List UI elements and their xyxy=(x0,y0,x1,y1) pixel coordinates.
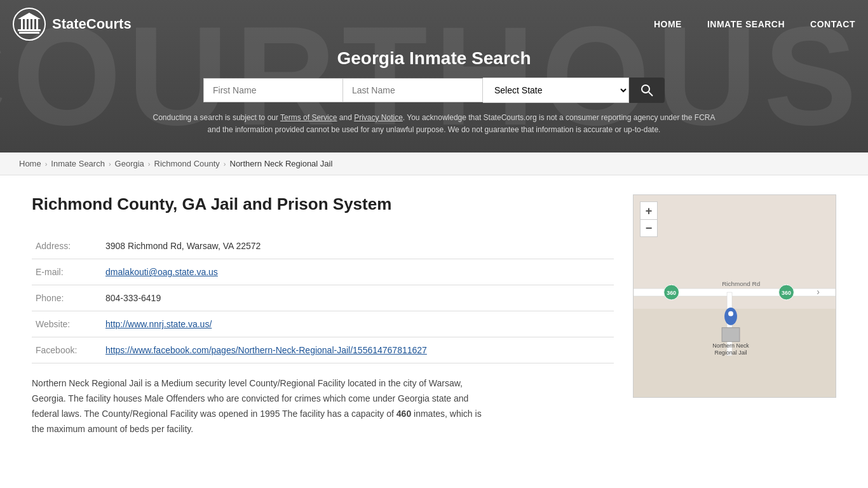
capacity-value: 460 xyxy=(397,409,411,419)
svg-rect-2 xyxy=(18,29,41,31)
privacy-notice-link[interactable]: Privacy Notice xyxy=(354,113,403,122)
facebook-link[interactable]: https://www.facebook.com/pages/Northern-… xyxy=(105,345,427,355)
email-label: E-mail: xyxy=(32,259,102,285)
website-label: Website: xyxy=(32,311,102,337)
phone-row: Phone: 804-333-6419 xyxy=(32,285,614,311)
map-zoom-out[interactable]: − xyxy=(640,219,658,237)
phone-value: 804-333-6419 xyxy=(102,285,614,311)
facebook-row: Facebook: https://www.facebook.com/pages… xyxy=(32,337,614,363)
nav-inmate-search[interactable]: INMATE SEARCH xyxy=(707,19,785,29)
logo-icon xyxy=(13,8,46,41)
breadcrumb-sep-4: › xyxy=(224,160,226,168)
email-row: E-mail: dmalakouti@oag.state.va.us xyxy=(32,259,614,285)
terms-of-service-link[interactable]: Terms of Service xyxy=(280,113,337,122)
search-bar: Select State Georgia Virginia California… xyxy=(13,78,855,103)
info-table: Address: 3908 Richmond Rd, Warsaw, VA 22… xyxy=(32,233,614,363)
svg-rect-4 xyxy=(25,19,27,29)
facebook-label: Facebook: xyxy=(32,337,102,363)
facility-title: Richmond County, GA Jail and Prison Syst… xyxy=(32,194,614,214)
svg-rect-20 xyxy=(722,328,740,342)
disclaimer: Conducting a search is subject to our Te… xyxy=(148,112,720,146)
email-link[interactable]: dmalakouti@oag.state.va.us xyxy=(105,267,218,277)
content-left: Richmond County, GA Jail and Prison Syst… xyxy=(32,194,614,437)
svg-text:Regional Jail: Regional Jail xyxy=(714,350,747,356)
breadcrumb: Home › Inmate Search › Georgia › Richmon… xyxy=(0,152,868,175)
search-button[interactable] xyxy=(629,78,665,103)
logo-text: StateCourts xyxy=(52,16,132,32)
email-value: dmalakouti@oag.state.va.us xyxy=(102,259,614,285)
breadcrumb-sep-1: › xyxy=(45,160,48,168)
breadcrumb-sep-2: › xyxy=(109,160,111,168)
svg-marker-8 xyxy=(18,13,41,19)
search-area: Georgia Inmate Search Select State Georg… xyxy=(0,48,868,152)
address-label: Address: xyxy=(32,233,102,259)
disclaimer-text-before: Conducting a search is subject to our xyxy=(153,113,281,122)
disclaimer-and: and xyxy=(337,113,354,122)
first-name-input[interactable] xyxy=(203,78,343,102)
map-zoom-controls: + − xyxy=(640,201,658,237)
description: Northern Neck Regional Jail is a Medium … xyxy=(32,376,489,437)
svg-line-10 xyxy=(649,92,653,96)
nav-links: HOME INMATE SEARCH CONTACT xyxy=(654,19,855,29)
logo[interactable]: StateCourts xyxy=(13,8,132,41)
address-row: Address: 3908 Richmond Rd, Warsaw, VA 22… xyxy=(32,233,614,259)
svg-text:Northern Neck: Northern Neck xyxy=(712,343,749,349)
breadcrumb-sep-3: › xyxy=(148,160,151,168)
breadcrumb-current: Northern Neck Regional Jail xyxy=(230,159,333,168)
svg-point-22 xyxy=(728,311,733,316)
last-name-input[interactable] xyxy=(343,78,483,102)
top-nav: StateCourts HOME INMATE SEARCH CONTACT xyxy=(0,0,868,48)
svg-text:360: 360 xyxy=(667,290,676,296)
breadcrumb-georgia[interactable]: Georgia xyxy=(115,159,144,168)
facebook-value: https://www.facebook.com/pages/Northern-… xyxy=(102,337,614,363)
website-value: http://www.nnrj.state.va.us/ xyxy=(102,311,614,337)
website-row: Website: http://www.nnrj.state.va.us/ xyxy=(32,311,614,337)
website-link[interactable]: http://www.nnrj.state.va.us/ xyxy=(105,319,212,329)
phone-label: Phone: xyxy=(32,285,102,311)
search-icon xyxy=(641,84,653,97)
state-select[interactable]: Select State Georgia Virginia California… xyxy=(483,78,629,103)
svg-text:Richmond Rd: Richmond Rd xyxy=(722,280,760,287)
breadcrumb-home[interactable]: Home xyxy=(19,159,41,168)
breadcrumb-richmond-county[interactable]: Richmond County xyxy=(154,159,220,168)
svg-rect-7 xyxy=(36,19,38,29)
svg-text:360: 360 xyxy=(782,290,791,296)
map-zoom-in[interactable]: + xyxy=(640,201,658,219)
map-container: + − Richmond Rd 360 360 xyxy=(633,194,836,398)
svg-rect-5 xyxy=(29,19,31,29)
page-title: Georgia Inmate Search xyxy=(13,48,855,69)
svg-rect-3 xyxy=(21,19,23,29)
svg-point-9 xyxy=(642,85,649,93)
main-content: Richmond County, GA Jail and Prison Syst… xyxy=(0,175,868,456)
address-value: 3908 Richmond Rd, Warsaw, VA 22572 xyxy=(102,233,614,259)
svg-text:›: › xyxy=(817,287,820,297)
breadcrumb-inmate-search[interactable]: Inmate Search xyxy=(51,159,105,168)
nav-home[interactable]: HOME xyxy=(654,19,682,29)
map-svg: Richmond Rd 360 360 Northern Neck Region… xyxy=(634,195,836,397)
svg-rect-1 xyxy=(19,32,39,34)
svg-rect-6 xyxy=(32,19,34,29)
nav-contact[interactable]: CONTACT xyxy=(810,19,855,29)
